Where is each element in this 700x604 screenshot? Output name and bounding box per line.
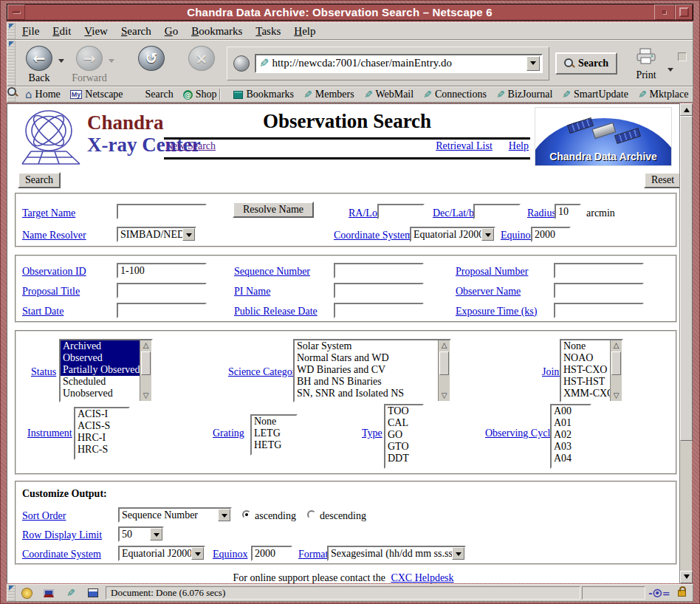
- status-label[interactable]: Status: [31, 366, 56, 378]
- coordinate-system-label[interactable]: Coordinate System: [334, 230, 413, 241]
- bookmark-members[interactable]: ✎Members: [303, 89, 354, 100]
- name-resolver-select[interactable]: SIMBAD/NED: [117, 227, 196, 242]
- proposal-number-input[interactable]: [554, 263, 644, 278]
- help-link[interactable]: Help: [509, 140, 529, 152]
- coordinate-system-select[interactable]: Equatorial J2000: [410, 227, 495, 242]
- radius-input[interactable]: [555, 204, 581, 219]
- equinox-input[interactable]: [531, 227, 571, 242]
- row-display-limit-label[interactable]: Row Display Limit: [22, 529, 102, 541]
- list-option[interactable]: HST-HST: [561, 376, 610, 388]
- chevron-down-icon[interactable]: [150, 528, 162, 540]
- menu-search[interactable]: Search: [114, 24, 158, 39]
- observing-cycle-label[interactable]: Observing Cycle: [485, 428, 555, 439]
- name-resolver-label[interactable]: Name Resolver: [22, 230, 86, 241]
- new-search-link[interactable]: New Search: [165, 140, 216, 152]
- list-option[interactable]: None: [252, 416, 296, 428]
- target-name-label[interactable]: Target Name: [22, 207, 75, 219]
- public-release-date-label[interactable]: Public Release Date: [234, 306, 318, 318]
- list-option[interactable]: WD Binaries and CV: [295, 364, 438, 376]
- list-option[interactable]: A04: [552, 453, 590, 464]
- list-option[interactable]: GTO: [385, 441, 422, 453]
- status-listbox[interactable]: Archived Observed Partially Observed Sch…: [59, 339, 153, 402]
- format-label[interactable]: Format: [298, 549, 328, 560]
- list-option[interactable]: GO: [385, 429, 422, 441]
- back-dropdown-icon[interactable]: [58, 59, 64, 66]
- bookmark-smartupdate[interactable]: ✎SmartUpdate: [562, 89, 628, 100]
- bookmark-search[interactable]: Search: [133, 89, 174, 100]
- sort-order-select[interactable]: Sequence Number: [118, 507, 232, 523]
- list-option[interactable]: ACIS-S: [75, 420, 128, 432]
- list-option[interactable]: Normal Stars and WD: [295, 352, 438, 364]
- back-button[interactable]: ← Back: [20, 46, 58, 84]
- scroll-down-button[interactable]: [680, 571, 693, 583]
- sequence-number-label[interactable]: Sequence Number: [234, 266, 310, 278]
- instrument-listbox[interactable]: ACIS-I ACIS-S HRC-I HRC-S: [74, 407, 130, 460]
- minimize-button[interactable]: [654, 4, 675, 20]
- radius-label[interactable]: Radius: [527, 207, 556, 219]
- list-option[interactable]: Solar System: [295, 340, 438, 352]
- proposal-number-label[interactable]: Proposal Number: [456, 266, 528, 278]
- scroll-up-button[interactable]: [680, 103, 693, 116]
- list-option[interactable]: Unobserved: [61, 388, 140, 399]
- exposure-time-label[interactable]: Exposure Time (ks): [456, 306, 537, 318]
- listbox-scrollbar[interactable]: △ ▽: [610, 340, 622, 401]
- list-option[interactable]: Partially Observed: [61, 364, 140, 376]
- start-date-label[interactable]: Start Date: [22, 306, 64, 318]
- observing-cycle-listbox[interactable]: A00 A01 A02 A03 A04: [550, 404, 591, 469]
- list-option[interactable]: HRC-I: [75, 432, 128, 444]
- bookmark-webmail[interactable]: ✎WebMail: [364, 89, 414, 100]
- list-option[interactable]: Observed: [61, 352, 140, 364]
- scroll-down-icon[interactable]: ▽: [140, 391, 151, 401]
- scrollbar-thumb[interactable]: [680, 116, 693, 441]
- url-text[interactable]: http://newcda:7001/chaser/mainEntry.do: [272, 57, 526, 69]
- retrieval-list-link[interactable]: Retrieval List: [436, 140, 493, 152]
- public-release-date-input[interactable]: [334, 303, 424, 318]
- chevron-down-icon[interactable]: [191, 547, 204, 560]
- menu-tasks[interactable]: Tasks: [249, 24, 287, 39]
- bookmark-netscape[interactable]: MyNetscape: [70, 89, 123, 100]
- chevron-down-icon[interactable]: [452, 547, 464, 560]
- menu-edit[interactable]: Edit: [46, 24, 78, 39]
- bookmark-connections[interactable]: ✎Connections: [423, 89, 487, 100]
- grating-listbox[interactable]: None LETG HETG: [250, 414, 298, 456]
- bookmark-mktplace[interactable]: ✎Mktplace: [638, 89, 689, 100]
- chevron-down-icon[interactable]: [182, 228, 195, 241]
- list-option[interactable]: XMM-CXO: [561, 388, 610, 399]
- list-option[interactable]: A03: [552, 441, 590, 453]
- pi-name-label[interactable]: PI Name: [234, 286, 270, 298]
- url-dropdown-button[interactable]: [526, 56, 540, 71]
- offline-plug-icon[interactable]: -⦿=: [650, 586, 669, 600]
- joint-listbox[interactable]: None NOAO HST-CXO HST-HST XMM-CXO △ ▽: [560, 339, 623, 402]
- list-option[interactable]: Scheduled: [61, 376, 140, 388]
- forward-dropdown-icon[interactable]: [109, 59, 114, 66]
- observer-name-input[interactable]: [554, 283, 644, 298]
- page-scrollbar[interactable]: [679, 103, 692, 583]
- list-option[interactable]: TOO: [385, 405, 422, 417]
- proposal-title-input[interactable]: [117, 283, 207, 298]
- toolbar-search-button[interactable]: Search: [555, 52, 617, 75]
- reload-button[interactable]: ↺: [132, 46, 171, 71]
- format-select[interactable]: Sexagesimal (hh/dd mm ss.ss): [327, 546, 466, 561]
- chevron-down-icon[interactable]: [481, 228, 494, 241]
- list-option[interactable]: SN, SNR and Isolated NS: [295, 388, 438, 399]
- pi-name-input[interactable]: [334, 283, 424, 298]
- list-option[interactable]: HST-CXO: [561, 364, 610, 376]
- statusbar-grip[interactable]: [7, 585, 16, 601]
- observer-name-label[interactable]: Observer Name: [456, 286, 521, 298]
- type-label[interactable]: Type: [362, 428, 382, 439]
- title-bar[interactable]: Chandra Data Archive: Observation Search…: [7, 4, 693, 21]
- list-option[interactable]: DDT: [385, 453, 422, 464]
- print-dropdown-icon[interactable]: [668, 68, 673, 75]
- exposure-time-input[interactable]: [554, 303, 644, 318]
- list-option[interactable]: NOAO: [561, 352, 610, 364]
- list-option[interactable]: A02: [552, 429, 590, 441]
- science-category-label[interactable]: Science Category: [228, 366, 301, 378]
- list-option[interactable]: BH and NS Binaries: [295, 376, 438, 388]
- dec-label[interactable]: Dec/Lat/b: [433, 207, 474, 219]
- menubar-grip[interactable]: [7, 23, 16, 39]
- output-equinox-label[interactable]: Equinox: [213, 549, 247, 560]
- bookmark-bizjournal[interactable]: ✎BizJournal: [496, 89, 552, 100]
- menu-help[interactable]: Help: [287, 24, 322, 39]
- grating-label[interactable]: Grating: [213, 428, 244, 439]
- navbar-grip[interactable]: [7, 41, 16, 86]
